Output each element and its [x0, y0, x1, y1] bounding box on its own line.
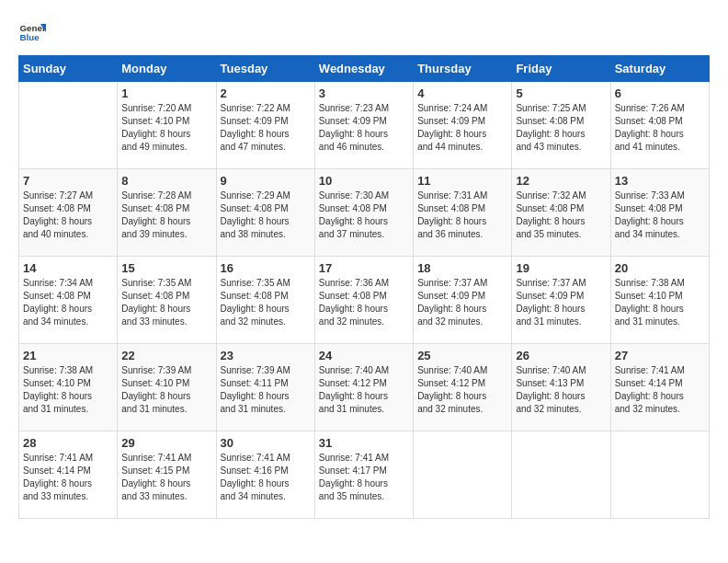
- day-info: Sunrise: 7:38 AM Sunset: 4:10 PM Dayligh…: [23, 364, 113, 416]
- calendar-cell: 9Sunrise: 7:29 AM Sunset: 4:08 PM Daylig…: [216, 169, 314, 257]
- day-number: 31: [319, 436, 409, 450]
- day-number: 21: [23, 349, 113, 362]
- day-number: 10: [319, 174, 409, 188]
- calendar-cell: 7Sunrise: 7:27 AM Sunset: 4:08 PM Daylig…: [19, 169, 118, 257]
- calendar-cell: 8Sunrise: 7:28 AM Sunset: 4:08 PM Daylig…: [118, 169, 216, 257]
- calendar-cell: 4Sunrise: 7:24 AM Sunset: 4:09 PM Daylig…: [414, 82, 512, 169]
- day-info: Sunrise: 7:31 AM Sunset: 4:08 PM Dayligh…: [417, 190, 507, 241]
- day-info: Sunrise: 7:41 AM Sunset: 4:14 PM Dayligh…: [615, 364, 705, 416]
- header-monday: Monday: [118, 56, 216, 82]
- calendar-week-row: 1Sunrise: 7:20 AM Sunset: 4:10 PM Daylig…: [19, 82, 710, 169]
- day-info: Sunrise: 7:41 AM Sunset: 4:16 PM Dayligh…: [221, 452, 311, 503]
- day-number: 19: [516, 261, 606, 275]
- calendar-cell: 16Sunrise: 7:35 AM Sunset: 4:08 PM Dayli…: [216, 257, 314, 344]
- calendar-cell: 28Sunrise: 7:41 AM Sunset: 4:14 PM Dayli…: [19, 431, 118, 519]
- day-info: Sunrise: 7:34 AM Sunset: 4:08 PM Dayligh…: [23, 277, 113, 328]
- day-info: Sunrise: 7:23 AM Sunset: 4:09 PM Dayligh…: [319, 102, 409, 154]
- calendar-cell: [19, 82, 118, 169]
- header-friday: Friday: [512, 56, 610, 82]
- logo: General Blue: [18, 18, 50, 46]
- day-info: Sunrise: 7:37 AM Sunset: 4:09 PM Dayligh…: [516, 277, 606, 328]
- calendar-cell: 21Sunrise: 7:38 AM Sunset: 4:10 PM Dayli…: [19, 344, 118, 431]
- day-number: 27: [615, 349, 705, 362]
- day-info: Sunrise: 7:38 AM Sunset: 4:10 PM Dayligh…: [615, 277, 705, 328]
- calendar-cell: 6Sunrise: 7:26 AM Sunset: 4:08 PM Daylig…: [610, 82, 709, 169]
- day-info: Sunrise: 7:35 AM Sunset: 4:08 PM Dayligh…: [121, 277, 211, 328]
- calendar-cell: 14Sunrise: 7:34 AM Sunset: 4:08 PM Dayli…: [19, 257, 118, 344]
- header-tuesday: Tuesday: [216, 56, 314, 82]
- day-info: Sunrise: 7:37 AM Sunset: 4:09 PM Dayligh…: [417, 277, 507, 328]
- day-number: 5: [516, 86, 606, 100]
- calendar-cell: 11Sunrise: 7:31 AM Sunset: 4:08 PM Dayli…: [414, 169, 512, 257]
- day-info: Sunrise: 7:30 AM Sunset: 4:08 PM Dayligh…: [319, 190, 409, 241]
- day-number: 29: [121, 436, 211, 450]
- calendar-week-row: 28Sunrise: 7:41 AM Sunset: 4:14 PM Dayli…: [19, 431, 710, 519]
- day-number: 7: [23, 174, 113, 188]
- calendar-cell: 30Sunrise: 7:41 AM Sunset: 4:16 PM Dayli…: [216, 431, 314, 519]
- calendar-cell: 19Sunrise: 7:37 AM Sunset: 4:09 PM Dayli…: [512, 257, 610, 344]
- day-info: Sunrise: 7:24 AM Sunset: 4:09 PM Dayligh…: [417, 102, 507, 154]
- day-info: Sunrise: 7:39 AM Sunset: 4:10 PM Dayligh…: [121, 364, 211, 416]
- day-number: 18: [417, 261, 507, 275]
- day-number: 14: [23, 261, 113, 275]
- logo-icon: General Blue: [18, 18, 46, 46]
- day-info: Sunrise: 7:36 AM Sunset: 4:08 PM Dayligh…: [319, 277, 409, 328]
- day-number: 30: [221, 436, 311, 450]
- day-info: Sunrise: 7:39 AM Sunset: 4:11 PM Dayligh…: [221, 364, 311, 416]
- calendar-cell: 18Sunrise: 7:37 AM Sunset: 4:09 PM Dayli…: [414, 257, 512, 344]
- header-saturday: Saturday: [610, 56, 709, 82]
- day-number: 9: [221, 174, 311, 188]
- day-info: Sunrise: 7:40 AM Sunset: 4:12 PM Dayligh…: [417, 364, 507, 416]
- calendar-cell: 20Sunrise: 7:38 AM Sunset: 4:10 PM Dayli…: [610, 257, 709, 344]
- calendar-cell: 22Sunrise: 7:39 AM Sunset: 4:10 PM Dayli…: [118, 344, 216, 431]
- calendar-header-row: SundayMondayTuesdayWednesdayThursdayFrid…: [19, 56, 710, 82]
- calendar-cell: 29Sunrise: 7:41 AM Sunset: 4:15 PM Dayli…: [118, 431, 216, 519]
- day-number: 28: [23, 436, 113, 450]
- day-number: 24: [319, 349, 409, 362]
- day-number: 11: [417, 174, 507, 188]
- calendar-cell: 1Sunrise: 7:20 AM Sunset: 4:10 PM Daylig…: [118, 82, 216, 169]
- day-number: 4: [417, 86, 507, 100]
- day-number: 22: [121, 349, 211, 362]
- day-number: 20: [615, 261, 705, 275]
- calendar-cell: [512, 431, 610, 519]
- calendar-cell: [414, 431, 512, 519]
- day-number: 6: [615, 86, 705, 100]
- calendar-cell: 25Sunrise: 7:40 AM Sunset: 4:12 PM Dayli…: [414, 344, 512, 431]
- day-number: 26: [516, 349, 606, 362]
- day-number: 3: [319, 86, 409, 100]
- day-info: Sunrise: 7:27 AM Sunset: 4:08 PM Dayligh…: [23, 190, 113, 241]
- day-info: Sunrise: 7:40 AM Sunset: 4:12 PM Dayligh…: [319, 364, 409, 416]
- calendar-cell: 12Sunrise: 7:32 AM Sunset: 4:08 PM Dayli…: [512, 169, 610, 257]
- day-info: Sunrise: 7:35 AM Sunset: 4:08 PM Dayligh…: [221, 277, 311, 328]
- day-number: 15: [121, 261, 211, 275]
- calendar-cell: 5Sunrise: 7:25 AM Sunset: 4:08 PM Daylig…: [512, 82, 610, 169]
- day-number: 2: [221, 86, 311, 100]
- day-number: 16: [221, 261, 311, 275]
- calendar-week-row: 14Sunrise: 7:34 AM Sunset: 4:08 PM Dayli…: [19, 257, 710, 344]
- page-header: General Blue: [18, 18, 710, 46]
- day-info: Sunrise: 7:41 AM Sunset: 4:17 PM Dayligh…: [319, 452, 409, 503]
- day-info: Sunrise: 7:25 AM Sunset: 4:08 PM Dayligh…: [516, 102, 606, 154]
- calendar-cell: 26Sunrise: 7:40 AM Sunset: 4:13 PM Dayli…: [512, 344, 610, 431]
- calendar-cell: 13Sunrise: 7:33 AM Sunset: 4:08 PM Dayli…: [610, 169, 709, 257]
- day-info: Sunrise: 7:26 AM Sunset: 4:08 PM Dayligh…: [615, 102, 705, 154]
- header-sunday: Sunday: [19, 56, 118, 82]
- calendar-cell: 27Sunrise: 7:41 AM Sunset: 4:14 PM Dayli…: [610, 344, 709, 431]
- calendar-cell: [610, 431, 709, 519]
- header-wednesday: Wednesday: [314, 56, 413, 82]
- day-number: 23: [221, 349, 311, 362]
- day-info: Sunrise: 7:28 AM Sunset: 4:08 PM Dayligh…: [121, 190, 211, 241]
- calendar-week-row: 7Sunrise: 7:27 AM Sunset: 4:08 PM Daylig…: [19, 169, 710, 257]
- svg-text:Blue: Blue: [20, 32, 40, 42]
- day-info: Sunrise: 7:41 AM Sunset: 4:14 PM Dayligh…: [23, 452, 113, 503]
- calendar-cell: 10Sunrise: 7:30 AM Sunset: 4:08 PM Dayli…: [314, 169, 413, 257]
- day-info: Sunrise: 7:33 AM Sunset: 4:08 PM Dayligh…: [615, 190, 705, 241]
- day-info: Sunrise: 7:22 AM Sunset: 4:09 PM Dayligh…: [221, 102, 311, 154]
- day-number: 1: [121, 86, 211, 100]
- day-number: 8: [121, 174, 211, 188]
- day-info: Sunrise: 7:40 AM Sunset: 4:13 PM Dayligh…: [516, 364, 606, 416]
- day-number: 25: [417, 349, 507, 362]
- calendar-cell: 3Sunrise: 7:23 AM Sunset: 4:09 PM Daylig…: [314, 82, 413, 169]
- calendar-cell: 31Sunrise: 7:41 AM Sunset: 4:17 PM Dayli…: [314, 431, 413, 519]
